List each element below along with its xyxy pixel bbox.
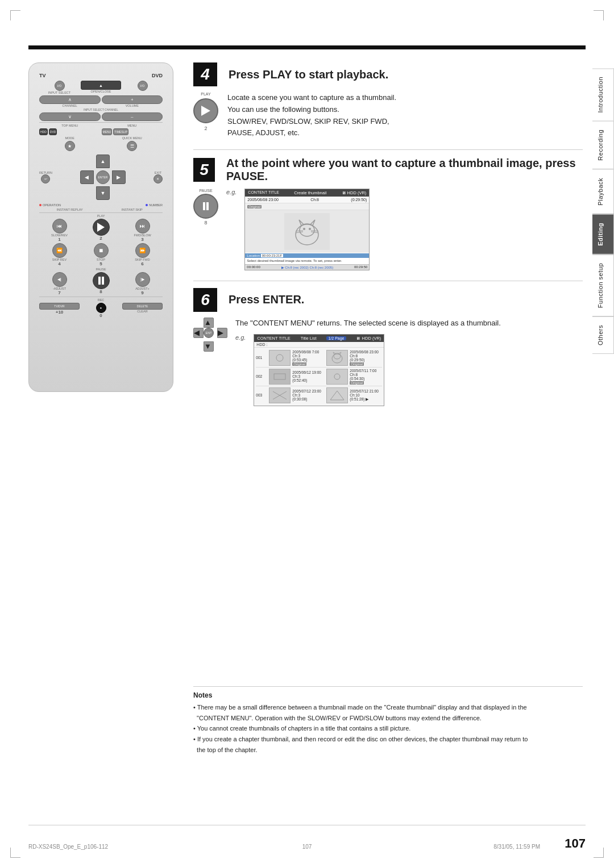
label-clear: CLEAR xyxy=(122,310,163,313)
edpad-up[interactable]: ▲ xyxy=(204,318,214,328)
corner-mark-tr xyxy=(594,10,604,20)
btn-dvd[interactable]: DVD xyxy=(49,128,57,135)
dpad-left[interactable]: ◀ xyxy=(80,170,94,184)
btn-stop[interactable]: ⏹ xyxy=(94,243,109,258)
screen-title: CONTENT TITLE xyxy=(248,190,279,195)
btn-adjust-plus[interactable]: |▶ xyxy=(135,272,150,287)
tab-function-setup[interactable]: Function setup xyxy=(592,254,614,316)
btn-hdd[interactable]: HDD xyxy=(39,128,48,135)
dpad-enter[interactable]: ENTER xyxy=(96,170,110,184)
label-open-close: OPEN/CLOSE xyxy=(81,90,121,93)
btn-slow-rev[interactable]: ⏮ xyxy=(52,219,67,233)
thumb-2 xyxy=(269,369,291,385)
btn-quick-menu[interactable]: ☰ xyxy=(127,141,137,151)
time-bar: 00:00:00 ▶ Ch:8 (rec 2002) Ch:8 (rec 200… xyxy=(245,264,369,270)
edpad-left[interactable]: ◀ xyxy=(193,328,204,338)
title-info-2b: 2005/07/11 7:00 Ch:8 (0:54:30) Original xyxy=(350,369,382,385)
dpad-right[interactable]: ▶ xyxy=(112,170,126,184)
btn-fwd-slow[interactable]: ⏭ xyxy=(135,219,150,233)
tab-recording[interactable]: Recording xyxy=(592,121,614,169)
remote-tv-label: TV xyxy=(39,73,46,78)
time-end: 00:29:50 xyxy=(354,265,367,269)
btn-adjust-minus[interactable]: ◀| xyxy=(52,272,67,287)
label-menu: MENU xyxy=(102,124,163,127)
step-6-icon-box: ▲ ◀ ENT ▶ ▼ xyxy=(193,318,227,352)
footer-center: 107 xyxy=(302,844,312,850)
edpad-right[interactable]: ▶ xyxy=(217,328,227,338)
btn-vol-down[interactable]: – xyxy=(102,112,163,121)
step-6-title: Press ENTER. xyxy=(229,293,304,306)
btn-timeslip[interactable]: TIMESLIP xyxy=(113,128,128,135)
location-value: 00:00:23:21F xyxy=(261,254,283,257)
svg-rect-20 xyxy=(327,369,347,384)
btn-rec[interactable]: ● xyxy=(96,303,106,313)
edpad-down[interactable]: ▼ xyxy=(204,341,214,352)
step-5-title: At the point where you want to capture a… xyxy=(226,157,583,183)
play-num-3: 3 xyxy=(122,237,163,242)
play-num-10: +10 xyxy=(39,310,80,315)
title-entry-2: 002 2005/06/12 19:00 Ch:3 (0:52:40) xyxy=(256,368,382,386)
tab-introduction[interactable]: Introduction xyxy=(592,68,614,121)
step-5-block: 5 At the point where you want to capture… xyxy=(193,157,583,270)
screen-info-bar: 2005/06/08 23:00 Ch:8 (0:29:50) xyxy=(245,197,369,203)
title-entry-3: 003 2005/07/12 23:00 Ch:3 (0:30:08) xyxy=(256,386,382,404)
thumb-2b xyxy=(326,369,348,385)
pause-num-label: 8 xyxy=(204,220,207,226)
bottom-bar xyxy=(28,825,586,825)
step-5-eg-label: e.g. xyxy=(226,189,237,195)
btn-tv-dvr[interactable]: TV/DVR xyxy=(39,303,80,310)
tab-others[interactable]: Others xyxy=(592,316,614,354)
btn-vol-up[interactable]: + xyxy=(102,95,163,104)
title-list-screen: CONTENT TITLE Title List 1/2 Page 🖥 HDD … xyxy=(254,334,384,406)
svg-rect-11 xyxy=(269,350,290,365)
screen-ch: Ch:8 xyxy=(310,198,319,202)
title-info-1b: 2005/06/08 23:00 Ch:8 (0:29:50) Original xyxy=(350,350,382,366)
label-number: NUMBER xyxy=(149,203,163,207)
label-return: RETURN xyxy=(39,171,52,174)
location-bar: Location 00:00:23:21F xyxy=(245,253,369,258)
tab-playback[interactable]: Playback xyxy=(592,169,614,214)
svg-point-6 xyxy=(309,228,311,230)
btn-play[interactable] xyxy=(93,219,110,236)
title-list-hdd: 🖥 HDD (VR) xyxy=(356,336,381,341)
screen-date: 2005/06/08 23:00 xyxy=(247,198,279,202)
step-4-content: PLAY 2 Locate a scene you want to captur… xyxy=(193,92,583,139)
step-4-number: 4 xyxy=(193,62,217,86)
btn-ch-up[interactable]: ∧ xyxy=(39,95,101,104)
main-content: TV DVD I/O INPUT SELECT ▲ OPEN/CLOSE I/O xyxy=(28,57,583,817)
edpad-enter[interactable]: ENT xyxy=(204,328,214,338)
btn-ch-down[interactable]: ∨ xyxy=(39,112,101,121)
dpad-down[interactable]: ▼ xyxy=(96,186,110,200)
play-num-4: 4 xyxy=(39,261,80,266)
side-tabs: Introduction Recording Playback Editing … xyxy=(592,68,614,354)
label-mode: MODE xyxy=(39,136,101,140)
play-num-6: 6 xyxy=(122,261,163,266)
btn-return[interactable]: ↩ xyxy=(41,174,50,183)
divider-4-5 xyxy=(193,149,583,150)
step-5-number: 5 xyxy=(193,158,215,182)
notes-section: Notes • There may be a small difference … xyxy=(193,686,583,749)
play-num-5: 5 xyxy=(81,261,121,266)
btn-menu[interactable]: MENU xyxy=(102,128,113,135)
btn-skip-fwd[interactable]: ⏩ xyxy=(135,243,150,258)
btn-exit[interactable]: ✕ xyxy=(154,174,163,183)
step-4-text: Locate a scene you want to capture as a … xyxy=(227,92,583,139)
dpad-up[interactable]: ▲ xyxy=(96,155,110,168)
btn-skip-rev[interactable]: ⏪ xyxy=(52,243,67,258)
btn-io-dvd[interactable]: I/O xyxy=(138,81,148,91)
title-info-2: 2005/06/12 19:00 Ch:3 (0:52:40) xyxy=(292,370,325,382)
btn-delete[interactable]: DELETE xyxy=(122,303,163,310)
btn-pause[interactable] xyxy=(93,272,110,289)
play-num-9: 9 xyxy=(122,290,163,295)
title-entry-1: 001 2005/06/08 7:00 Ch:3 (0:53:45) Origi… xyxy=(256,349,382,368)
title-list-content: CONTENT TITLE xyxy=(257,336,290,341)
time-start: 00:00:00 xyxy=(247,265,260,269)
btn-io-tv[interactable]: I/O xyxy=(55,81,65,91)
page-number: 107 xyxy=(565,836,586,851)
dpad: ▲ ◀ ENTER ▶ ▼ xyxy=(80,155,126,200)
btn-mode[interactable]: ★ xyxy=(65,141,75,151)
svg-point-5 xyxy=(303,228,305,230)
tab-editing[interactable]: Editing xyxy=(592,214,614,254)
btn-open-close[interactable]: ▲ xyxy=(81,81,121,90)
hdd-top: HDD : xyxy=(254,342,384,348)
